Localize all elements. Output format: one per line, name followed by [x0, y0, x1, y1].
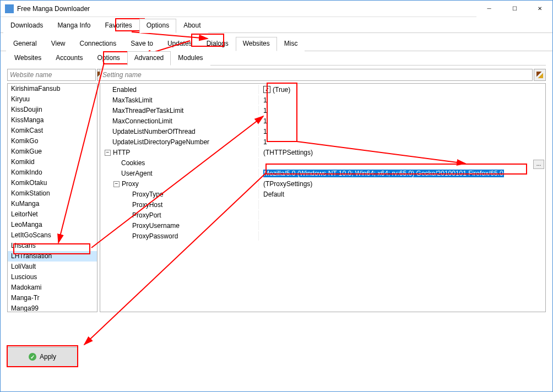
setting-value[interactable]: 1: [260, 127, 544, 136]
setting-value[interactable]: 1: [260, 106, 544, 115]
websites-subtab-accounts[interactable]: Accounts: [48, 51, 90, 66]
website-item[interactable]: KuManga: [8, 199, 97, 209]
apply-button[interactable]: ✓ Apply: [7, 347, 78, 367]
setting-filter-input[interactable]: [100, 69, 533, 81]
website-item[interactable]: KomikIndo: [8, 167, 97, 178]
close-button[interactable]: ✕: [527, 1, 552, 17]
website-item[interactable]: LeoManga: [8, 220, 97, 230]
setting-key[interactable]: UpdateListDirectoryPageNumber: [101, 137, 259, 146]
website-item[interactable]: Komikid: [8, 157, 97, 167]
setting-key[interactable]: MaxTaskLimit: [101, 95, 259, 105]
brush-icon: [536, 72, 543, 78]
titlebar: Free Manga Downloader ─ ☐ ✕: [1, 1, 552, 17]
website-item[interactable]: KomikOtaku: [8, 178, 97, 188]
options-tab-websites[interactable]: Websites: [236, 37, 277, 51]
setting-key[interactable]: UpdateListNumberOfThread: [101, 127, 259, 136]
main-tabs: DownloadsManga InfoFavoritesOptionsAbout: [1, 18, 552, 33]
settings-panel: Enabled ✓(True) MaxTaskLimit 1 MaxThread…: [100, 83, 546, 312]
setting-value[interactable]: 1: [260, 116, 544, 126]
setting-value[interactable]: [260, 158, 544, 167]
website-item[interactable]: LoliVault: [8, 262, 97, 272]
tab-manga-info[interactable]: Manga Info: [50, 19, 97, 33]
setting-value[interactable]: Default: [260, 189, 544, 199]
window-title: Free Manga Downloader: [17, 5, 476, 13]
website-item[interactable]: KomikStation: [8, 188, 97, 199]
tab-options[interactable]: Options: [139, 19, 176, 33]
window-controls: ─ ☐ ✕: [476, 1, 552, 17]
setting-key[interactable]: ProxyPassword: [101, 231, 259, 241]
tab-favorites[interactable]: Favorites: [97, 19, 139, 33]
setting-value[interactable]: ✓(True): [260, 85, 544, 94]
check-icon: ✓: [29, 353, 36, 361]
website-item[interactable]: Manga-Tr: [8, 293, 97, 303]
website-item[interactable]: KissManga: [8, 115, 97, 126]
settings-grid: Enabled ✓(True) MaxTaskLimit 1 MaxThread…: [100, 84, 545, 242]
website-item[interactable]: LetItGoScans: [8, 230, 97, 241]
setting-group[interactable]: −HTTP: [101, 148, 259, 157]
tab-about[interactable]: About: [176, 19, 208, 33]
setting-filter-clear-button[interactable]: [534, 69, 546, 81]
minimize-button[interactable]: ─: [476, 1, 502, 17]
app-icon: [5, 4, 14, 13]
website-list[interactable]: KirishimaFansubKiryuuKissDoujinKissManga…: [7, 83, 97, 312]
websites-subtab-websites[interactable]: Websites: [7, 51, 48, 66]
setting-key[interactable]: ProxyPort: [101, 210, 259, 220]
setting-key[interactable]: Enabled: [101, 85, 259, 94]
website-item[interactable]: KomikGue: [8, 146, 97, 157]
website-item[interactable]: KissDoujin: [8, 105, 97, 115]
options-tab-general[interactable]: General: [6, 37, 44, 51]
setting-key[interactable]: ProxyUsername: [101, 221, 259, 230]
website-item[interactable]: Lhscans: [8, 241, 97, 251]
tab-downloads[interactable]: Downloads: [3, 19, 50, 33]
setting-value[interactable]: [260, 231, 544, 241]
websites-subtabs: WebsitesAccountsOptionsAdvancedModules: [7, 51, 546, 66]
setting-value: (THTTPSettings): [260, 148, 544, 157]
collapse-icon[interactable]: −: [105, 150, 111, 156]
website-filter-input[interactable]: [7, 69, 96, 81]
apply-label: Apply: [40, 353, 56, 361]
websites-subtab-modules[interactable]: Modules: [171, 51, 210, 66]
options-tab-dialogs[interactable]: Dialogs: [199, 37, 236, 51]
website-item[interactable]: Manga99: [8, 303, 97, 312]
checkbox-icon[interactable]: ✓: [263, 86, 270, 93]
setting-key[interactable]: ProxyType: [101, 189, 259, 199]
setting-value[interactable]: [260, 221, 544, 230]
options-tab-connections[interactable]: Connections: [73, 37, 124, 51]
website-item[interactable]: KomikCast: [8, 126, 97, 136]
website-item[interactable]: KirishimaFansub: [8, 84, 97, 94]
setting-value[interactable]: Mozilla/5.0 (Windows NT 10.0; Win64; x64…: [260, 168, 544, 178]
setting-value[interactable]: 1: [260, 95, 544, 105]
setting-value[interactable]: [260, 200, 544, 209]
options-tabs: GeneralViewConnectionsSave toUpdatesDial…: [1, 36, 552, 51]
options-tab-save-to[interactable]: Save to: [123, 37, 160, 51]
maximize-button[interactable]: ☐: [502, 1, 527, 17]
website-item[interactable]: Kiryuu: [8, 94, 97, 105]
options-tab-view[interactable]: View: [44, 37, 73, 51]
websites-subtab-options[interactable]: Options: [90, 51, 127, 66]
setting-key[interactable]: ProxyHost: [101, 200, 259, 209]
setting-value[interactable]: 1: [260, 137, 544, 146]
setting-value[interactable]: [260, 210, 544, 220]
options-tab-updates[interactable]: Updates: [160, 37, 199, 51]
website-item[interactable]: KomikGo: [8, 136, 97, 146]
setting-key[interactable]: MaxThreadPerTaskLimit: [101, 106, 259, 115]
website-item[interactable]: Luscious: [8, 272, 97, 282]
setting-key[interactable]: UserAgent: [101, 168, 259, 178]
setting-group[interactable]: −Proxy: [101, 179, 259, 188]
setting-key[interactable]: MaxConnectionLimit: [101, 116, 259, 126]
website-item[interactable]: LeitorNet: [8, 209, 97, 220]
collapse-icon[interactable]: −: [113, 181, 120, 187]
website-item[interactable]: LHTranslation: [8, 251, 97, 262]
edit-value-button[interactable]: ...: [533, 160, 544, 169]
websites-subtab-advanced[interactable]: Advanced: [127, 51, 171, 66]
website-item[interactable]: Madokami: [8, 282, 97, 293]
setting-value: (TProxySettings): [260, 179, 544, 188]
options-tab-misc[interactable]: Misc: [277, 37, 305, 51]
setting-key[interactable]: Cookies: [101, 158, 259, 167]
